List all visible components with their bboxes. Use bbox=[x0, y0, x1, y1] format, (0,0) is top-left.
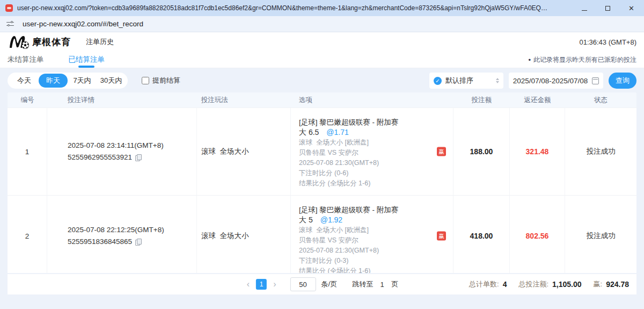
total-stake-label: 总投注额: bbox=[518, 279, 548, 289]
table-footer: ‹ 1 › 条/页 跳转至 1 页 总计单数: 4 总投注额: 1,105.00… bbox=[8, 274, 636, 294]
score-at-bet: 下注时比分 (0-3) bbox=[299, 256, 449, 266]
sort-select[interactable]: ✓ 默认排序 bbox=[429, 73, 503, 89]
result-score: 结果比分 (全场比分 1-6) bbox=[299, 178, 449, 189]
jump-to-label: 跳转至 bbox=[352, 279, 373, 289]
stake-amount: 418.00 bbox=[453, 196, 510, 273]
site-favicon-icon bbox=[5, 4, 13, 12]
col-no: 编号 bbox=[8, 92, 47, 107]
match-teams: 贝鲁特星 VS 安萨尔 bbox=[299, 235, 449, 246]
jump-page-value[interactable]: 1 bbox=[378, 281, 386, 289]
address-url[interactable]: user-pc-new.xxqj02.com/#/bet_record bbox=[23, 20, 143, 28]
record-notice: • 此记录将显示昨天所有已派彩的投注 bbox=[528, 55, 636, 64]
prev-page-icon[interactable]: ‹ bbox=[246, 280, 251, 289]
date-range-picker[interactable]: 2025/07/08-2025/07/08 bbox=[509, 73, 603, 89]
filter-today[interactable]: 今天 bbox=[10, 74, 39, 88]
bullet-icon: • bbox=[528, 56, 531, 64]
next-page-icon[interactable]: › bbox=[272, 280, 277, 289]
maximize-icon[interactable] bbox=[605, 5, 610, 12]
return-amount: 802.56 bbox=[510, 196, 565, 273]
check-circle-icon: ✓ bbox=[434, 77, 442, 85]
stake-amount: 188.00 bbox=[453, 108, 510, 195]
early-settle-option[interactable]: 提前结算 bbox=[142, 76, 180, 85]
browser-urlbar[interactable]: user-pc-new.xxqj02.com/#/bet_record bbox=[0, 16, 644, 32]
filter-30days[interactable]: 30天内 bbox=[97, 74, 126, 88]
query-button[interactable]: 查询 bbox=[609, 73, 636, 89]
totals-summary: 总计单数: 4 总投注额: 1,105.00 赢: 924.78 bbox=[469, 279, 629, 289]
close-icon[interactable]: ✕ bbox=[628, 5, 634, 12]
bet-status: 投注成功 bbox=[565, 108, 636, 195]
page-unit-label: 页 bbox=[391, 279, 398, 289]
market-info: 滚球 全场大小 [欧洲盘] bbox=[299, 225, 449, 235]
table-header-row: 编号 投注详情 投注玩法 选项 投注额 返还金额 状态 bbox=[8, 92, 636, 107]
score-at-bet: 下注时比分 (0-6) bbox=[299, 168, 449, 178]
odds-value: @1.71 bbox=[326, 128, 348, 136]
date-quick-filter-group: 今天 昨天 7天内 30天内 bbox=[8, 73, 128, 89]
app-header: 摩根体育 注单历史 01:36:43 (GMT+8) bbox=[0, 32, 644, 52]
brand-logo-icon bbox=[8, 34, 30, 50]
win-label: 赢: bbox=[594, 279, 603, 289]
server-clock: 01:36:43 (GMT+8) bbox=[579, 38, 636, 46]
bet-time: 2025-07-08 22:12:25(GMT+8) bbox=[68, 224, 192, 236]
minimize-icon[interactable] bbox=[582, 5, 587, 12]
bet-status: 投注成功 bbox=[565, 196, 636, 273]
bet-record-table: 编号 投注详情 投注玩法 选项 投注额 返还金额 状态 1 2025-07-08… bbox=[8, 92, 636, 273]
sort-caret-icon bbox=[496, 78, 499, 83]
page-number-button[interactable]: 1 bbox=[256, 279, 267, 290]
page-title: 注单历史 bbox=[86, 37, 114, 47]
league-name: [足球] 黎巴嫩超级联赛 - 附加赛 bbox=[299, 117, 449, 127]
option-cell: [足球] 黎巴嫩超级联赛 - 附加赛 大 5@1.92 滚球 全场大小 [欧洲盘… bbox=[291, 196, 453, 273]
copy-icon[interactable] bbox=[135, 154, 141, 161]
match-time: 2025-07-08 21:30(GMT+8) bbox=[299, 158, 449, 168]
date-range-value: 2025/07/08-2025/07/08 bbox=[513, 77, 588, 85]
browser-titlebar: user-pc-new.xxqj02.com/?token=cdb3a9689f… bbox=[0, 0, 644, 16]
market-info: 滚球 全场大小 [欧洲盘] bbox=[299, 138, 449, 148]
tab-bar: 未结算注单 已结算注单 • 此记录将显示昨天所有已派彩的投注 bbox=[0, 52, 644, 68]
win-badge-icon: 赢 bbox=[437, 147, 446, 156]
calendar-icon bbox=[592, 77, 599, 84]
browser-tab-title: user-pc-new.xxqj02.com/?token=cdb3a9689f… bbox=[17, 4, 548, 12]
table-row: 1 2025-07-08 23:14:11(GMT+8) 52559629555… bbox=[8, 107, 636, 195]
bet-detail-cell: 2025-07-08 22:12:25(GMT+8) 5255951836845… bbox=[47, 196, 197, 273]
play-type: 滚球 全场大小 bbox=[197, 196, 291, 273]
col-return: 返还金额 bbox=[510, 92, 565, 107]
league-name: [足球] 黎巴嫩超级联赛 - 附加赛 bbox=[299, 205, 449, 215]
bet-id: 5255951836845865 bbox=[68, 236, 132, 248]
filter-yesterday[interactable]: 昨天 bbox=[39, 74, 68, 88]
bet-detail-cell: 2025-07-08 23:14:11(GMT+8) 5255962955553… bbox=[47, 108, 197, 195]
option-cell: [足球] 黎巴嫩超级联赛 - 附加赛 大 6.5@1.71 滚球 全场大小 [欧… bbox=[291, 108, 453, 195]
total-stake-value: 1,105.00 bbox=[552, 280, 582, 289]
pick-and-odds: 大 6.5@1.71 bbox=[299, 127, 449, 138]
table-row: 2 2025-07-08 22:12:25(GMT+8) 52559518368… bbox=[8, 195, 636, 273]
result-score: 结果比分 (全场比分 1-6) bbox=[299, 266, 449, 273]
sort-selected-value: 默认排序 bbox=[445, 76, 492, 85]
col-detail: 投注详情 bbox=[47, 92, 197, 107]
site-settings-icon[interactable] bbox=[6, 20, 15, 28]
pick-and-odds: 大 5@1.92 bbox=[299, 215, 449, 225]
pagination: ‹ 1 › 条/页 跳转至 1 页 bbox=[246, 277, 398, 291]
row-number: 2 bbox=[8, 196, 47, 273]
filter-row: 今天 昨天 7天内 30天内 提前结算 ✓ 默认排序 2025/07/08-20… bbox=[8, 73, 636, 89]
total-count-label: 总计单数: bbox=[469, 279, 499, 289]
win-value: 924.78 bbox=[606, 280, 629, 289]
tab-unsettled[interactable]: 未结算注单 bbox=[8, 52, 44, 68]
col-option: 选项 bbox=[291, 92, 453, 107]
tab-settled[interactable]: 已结算注单 bbox=[69, 52, 105, 68]
per-page-label: 条/页 bbox=[321, 279, 338, 289]
col-status: 状态 bbox=[565, 92, 636, 107]
filter-7days[interactable]: 7天内 bbox=[68, 74, 97, 88]
play-type: 滚球 全场大小 bbox=[197, 108, 291, 195]
col-stake: 投注额 bbox=[453, 92, 510, 107]
total-count-value: 4 bbox=[503, 280, 507, 289]
row-number: 1 bbox=[8, 108, 47, 195]
win-badge-icon: 赢 bbox=[437, 232, 446, 241]
active-tab-indicator bbox=[78, 66, 94, 68]
copy-icon[interactable] bbox=[135, 239, 141, 245]
early-settle-checkbox[interactable] bbox=[142, 77, 149, 84]
match-teams: 贝鲁特星 VS 安萨尔 bbox=[299, 148, 449, 158]
col-play: 投注玩法 bbox=[197, 92, 291, 107]
brand-name: 摩根体育 bbox=[32, 36, 71, 48]
match-time: 2025-07-08 21:30(GMT+8) bbox=[299, 246, 449, 256]
bet-id: 5255962955553921 bbox=[68, 152, 132, 163]
page-size-input[interactable] bbox=[290, 277, 316, 291]
return-amount: 321.48 bbox=[510, 108, 565, 195]
